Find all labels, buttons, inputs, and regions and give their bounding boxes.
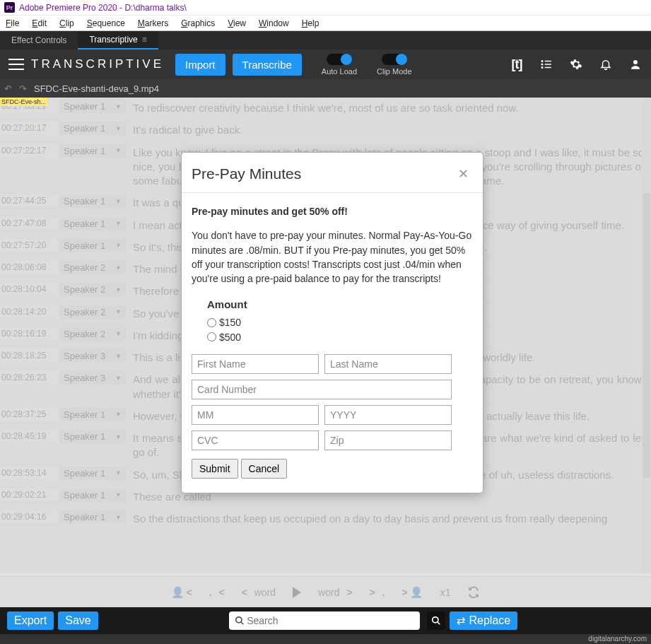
speaker-dropdown[interactable]: Speaker 1▼ bbox=[59, 194, 126, 208]
clipmode-toggle[interactable]: Clip Mode bbox=[377, 54, 412, 76]
speaker-dropdown[interactable]: Speaker 1▼ bbox=[59, 488, 126, 502]
amount-500-radio[interactable] bbox=[207, 332, 216, 341]
chevron-down-icon: ▼ bbox=[115, 286, 122, 293]
autoload-toggle[interactable]: Auto Load bbox=[322, 54, 357, 76]
search-icon bbox=[235, 616, 245, 626]
transcript-row[interactable]: 00:27:03:29Speaker 1▼To rediscover creat… bbox=[0, 98, 651, 119]
replace-button[interactable]: ⇄ Replace bbox=[450, 611, 518, 630]
search-input[interactable] bbox=[247, 615, 414, 626]
submit-button[interactable]: Submit bbox=[192, 459, 238, 479]
menu-file[interactable]: File bbox=[6, 18, 19, 28]
card-number-input[interactable] bbox=[192, 380, 452, 399]
zip-input[interactable] bbox=[324, 431, 452, 450]
transcribe-button[interactable]: Transcribe bbox=[233, 54, 302, 76]
bell-icon[interactable] bbox=[599, 57, 613, 71]
first-name-input[interactable] bbox=[192, 354, 319, 374]
speaker-dropdown[interactable]: Speaker 1▼ bbox=[59, 510, 126, 524]
speaker-dropdown[interactable]: Speaker 1▼ bbox=[59, 122, 126, 135]
brand-logo: TRANSCRIPTIVE bbox=[31, 57, 164, 71]
timecode: 00:28:26:23 bbox=[0, 371, 59, 384]
speaker-dropdown[interactable]: Speaker 3▼ bbox=[59, 349, 126, 363]
tab-effect-controls[interactable]: Effect Controls bbox=[0, 31, 78, 49]
cancel-button[interactable]: Cancel bbox=[241, 459, 288, 479]
speaker-dropdown[interactable]: Speaker 2▼ bbox=[59, 283, 126, 296]
svg-point-6 bbox=[633, 60, 638, 64]
chevron-down-icon: ▼ bbox=[115, 198, 122, 205]
search-go-button[interactable] bbox=[427, 611, 445, 630]
exp-year-input[interactable] bbox=[324, 405, 452, 425]
menu-window[interactable]: Window bbox=[259, 18, 289, 28]
play-button[interactable] bbox=[293, 587, 301, 598]
speed-button[interactable]: x1 bbox=[440, 587, 451, 598]
exp-month-input[interactable] bbox=[192, 405, 319, 425]
modal-title: Pre-Pay Minutes bbox=[192, 165, 301, 182]
sub-bar: ↶ ↷ SFDC-Eve-shanti-deva_9.mp4 bbox=[0, 79, 651, 98]
speaker-dropdown[interactable]: Speaker 1▼ bbox=[59, 100, 126, 113]
timecode: 00:29:04:16 bbox=[0, 510, 59, 523]
list-icon[interactable] bbox=[539, 57, 553, 71]
speaker-dropdown[interactable]: Speaker 1▼ bbox=[59, 408, 126, 421]
prev-word-button[interactable]: < word bbox=[242, 587, 276, 598]
speaker-dropdown[interactable]: Speaker 3▼ bbox=[59, 371, 126, 385]
menu-help[interactable]: Help bbox=[302, 18, 319, 28]
transcript-row[interactable]: 00:27:20:17Speaker 1▼It's radical to giv… bbox=[0, 119, 651, 141]
tab-transcriptive[interactable]: Transcriptive ≡ bbox=[78, 31, 158, 49]
speaker-dropdown[interactable]: Speaker 2▼ bbox=[59, 305, 126, 319]
amount-150-radio[interactable] bbox=[207, 318, 216, 327]
speaker-dropdown[interactable]: Speaker 2▼ bbox=[59, 261, 126, 274]
timecode: 00:28:37:25 bbox=[0, 408, 59, 421]
export-button[interactable]: Export bbox=[7, 611, 54, 630]
transcript-text[interactable]: To rediscover creativity because I think… bbox=[126, 100, 651, 117]
clipmode-label: Clip Mode bbox=[377, 67, 412, 76]
import-button[interactable]: Import bbox=[175, 54, 225, 76]
clip-tag[interactable]: SFDC-Eve-sh... bbox=[0, 98, 47, 106]
chevron-down-icon: ▼ bbox=[115, 330, 122, 337]
next-sentence-button[interactable]: > . bbox=[370, 587, 385, 598]
loop-button[interactable] bbox=[467, 586, 480, 599]
menu-view[interactable]: View bbox=[228, 18, 246, 28]
next-speaker-button[interactable]: >👤 bbox=[402, 586, 423, 599]
speaker-dropdown[interactable]: Speaker 1▼ bbox=[59, 430, 126, 443]
cvc-input[interactable] bbox=[192, 431, 319, 450]
title-bar: Pr Adobe Premiere Pro 2020 - D:\dharma t… bbox=[0, 0, 651, 16]
last-name-input[interactable] bbox=[324, 354, 452, 374]
menu-graphics[interactable]: Graphics bbox=[181, 18, 215, 28]
svg-point-7 bbox=[235, 617, 241, 623]
timecode: 00:28:16:19 bbox=[0, 327, 59, 340]
prev-speaker-button[interactable]: 👤< bbox=[171, 586, 192, 599]
gear-icon[interactable] bbox=[569, 57, 583, 71]
replace-label: Replace bbox=[469, 614, 511, 627]
transcript-row[interactable]: 00:29:04:16Speaker 1▼So the distractions… bbox=[0, 508, 651, 530]
menu-edit[interactable]: Edit bbox=[32, 18, 47, 28]
next-word-button[interactable]: word > bbox=[318, 587, 352, 598]
speaker-dropdown[interactable]: Speaker 2▼ bbox=[59, 327, 126, 341]
playback-bar: 👤< . < < word word > > . >👤 x1 bbox=[0, 576, 651, 607]
modal-close-icon[interactable]: ✕ bbox=[458, 166, 469, 182]
speaker-dropdown[interactable]: Speaker 1▼ bbox=[59, 217, 126, 230]
timecode: 00:28:10:04 bbox=[0, 283, 59, 295]
transcript-text[interactable]: So the distractions that keep us occupie… bbox=[126, 510, 651, 527]
amount-500-label: $500 bbox=[219, 330, 241, 344]
hamburger-icon[interactable] bbox=[8, 59, 24, 70]
user-icon[interactable] bbox=[628, 57, 643, 71]
panel-menu-icon[interactable]: ≡ bbox=[142, 35, 147, 45]
speaker-dropdown[interactable]: Speaker 1▼ bbox=[59, 467, 126, 480]
speaker-dropdown[interactable]: Speaker 1▼ bbox=[59, 239, 126, 252]
save-button[interactable]: Save bbox=[58, 611, 98, 630]
chevron-down-icon: ▼ bbox=[115, 103, 122, 110]
menu-clip[interactable]: Clip bbox=[59, 18, 74, 28]
timecode: 00:28:53:14 bbox=[0, 467, 59, 479]
bracket-t-icon[interactable]: [t] bbox=[510, 57, 524, 71]
menu-markers[interactable]: Markers bbox=[138, 18, 168, 28]
search-field[interactable] bbox=[229, 611, 420, 630]
undo-icon[interactable]: ↶ bbox=[4, 83, 12, 94]
redo-icon[interactable]: ↷ bbox=[19, 83, 27, 94]
transcript-text[interactable]: It's radical to give back. bbox=[126, 122, 651, 139]
modal-headline: Pre-pay minutes and get 50% off! bbox=[192, 204, 473, 218]
prev-sentence-button[interactable]: . < bbox=[209, 587, 225, 598]
chevron-down-icon: ▼ bbox=[115, 353, 122, 360]
menu-sequence[interactable]: Sequence bbox=[87, 18, 125, 28]
scrollbar[interactable] bbox=[642, 98, 651, 573]
speaker-dropdown[interactable]: Speaker 1▼ bbox=[59, 144, 126, 158]
timecode: 00:27:47:08 bbox=[0, 217, 59, 230]
